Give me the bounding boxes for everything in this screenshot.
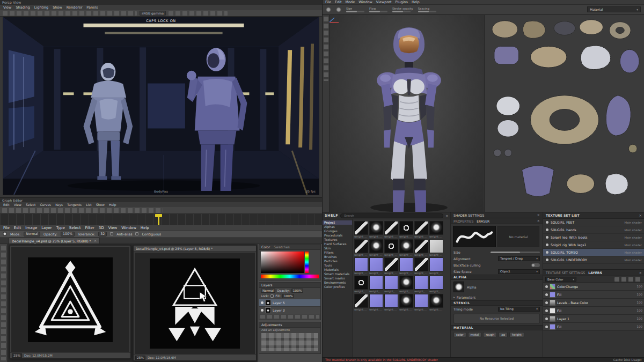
graph-editor-toolbar-icons[interactable] (2, 208, 163, 213)
layer-thumbnail[interactable] (550, 292, 555, 298)
layer-row[interactable]: ColorChange 100 (543, 283, 644, 291)
shelf-category[interactable]: Project (323, 220, 352, 225)
close-icon[interactable]: × (639, 213, 642, 218)
layer-name[interactable]: Fill (557, 293, 561, 297)
visibility-eye-icon[interactable] (546, 251, 548, 254)
layer-row[interactable]: Fill 100 (543, 307, 644, 315)
slider-track[interactable] (346, 11, 364, 12)
layer-name[interactable]: Layer 5 (273, 301, 284, 305)
parameters-label[interactable]: Parameters (457, 295, 540, 299)
brush-slider[interactable]: Size (346, 7, 364, 12)
expand-arrow-icon[interactable]: ▸ (453, 295, 455, 299)
shelf-category[interactable]: Color profiles (323, 285, 352, 289)
filter-icon[interactable]: ≡ (445, 214, 448, 217)
channel-toggle-button[interactable]: ao (499, 332, 508, 337)
shelf-item[interactable]: weight_subtl... (399, 294, 413, 311)
texture-set-name[interactable]: SOLGIRL_hands (551, 228, 623, 232)
slider-track[interactable] (369, 11, 387, 12)
shelf-category[interactable]: Alphas (323, 225, 352, 229)
shelf-item[interactable]: weight_subtl... (414, 221, 428, 238)
layer-row[interactable]: Layer 5 (259, 299, 320, 306)
layer-opacity-value[interactable]: 100 (637, 293, 643, 296)
adjustment-icons-grid[interactable] (261, 333, 318, 351)
menu-item[interactable]: File (325, 0, 331, 4)
shelf-item[interactable]: weight_subtl... (414, 294, 428, 311)
layer-opacity-value[interactable]: 100 (637, 317, 643, 320)
shelf-item[interactable]: weight_subtl... (354, 239, 368, 256)
texture-set-name[interactable]: Solgirl_leg_WIth_boots (551, 235, 623, 239)
menu-item[interactable]: Edit (14, 226, 21, 230)
layer-thumbnail[interactable] (265, 307, 271, 313)
visibility-eye-icon[interactable] (546, 243, 548, 246)
visibility-eye-icon[interactable] (545, 309, 548, 312)
menu-item[interactable]: Shading (16, 5, 30, 10)
texture-set-name[interactable]: SOLGIRL_UNDERBODY (551, 258, 623, 262)
shelf-category[interactable]: Skin (323, 246, 352, 250)
stencil-resource-button[interactable]: No Resource Selected (453, 314, 540, 323)
close-icon[interactable]: × (94, 239, 97, 243)
brush-preset-icon[interactable] (336, 7, 341, 12)
layer-thumbnail[interactable] (265, 300, 271, 306)
shelf-item[interactable]: weight_subtl... (354, 294, 368, 311)
shelf-item[interactable]: weight_subtl... (354, 257, 368, 275)
tab-swatches[interactable]: Swatches (274, 245, 290, 249)
shelf-category[interactable]: Filters (323, 250, 352, 255)
visibility-eye-icon[interactable] (261, 309, 264, 312)
painter-tool-strip[interactable] (323, 15, 330, 212)
alignment-dropdown[interactable]: Tangent / Drag ▾ (498, 256, 540, 261)
photoshop-tool-palette[interactable] (0, 244, 8, 362)
menu-item[interactable]: Select (69, 226, 81, 230)
menu-item[interactable]: File (3, 226, 10, 230)
menu-item[interactable]: Edit (3, 203, 10, 206)
shelf-item[interactable]: weight_subtl... (369, 276, 383, 293)
shelf-item[interactable]: weight_subtl... (429, 257, 443, 275)
texture-set-row[interactable]: Solgirl_rig_With_legs1 Main shader (543, 241, 644, 249)
tool-icons[interactable] (1, 246, 6, 360)
visibility-eye-icon[interactable] (546, 258, 548, 261)
playhead-flag[interactable] (155, 214, 162, 217)
material-section-header[interactable]: MATERIAL (451, 325, 543, 330)
color-spectrum-bar[interactable] (261, 275, 319, 278)
shelf-category[interactable]: Grunges (323, 229, 352, 233)
visibility-eye-icon[interactable] (261, 301, 264, 304)
menu-item[interactable]: Image (25, 226, 37, 230)
stencil-section-header[interactable]: STENCIL (451, 300, 543, 306)
menu-item[interactable]: Plugins (396, 0, 408, 4)
menu-item[interactable]: Mode (345, 0, 355, 4)
menu-item[interactable]: Help (109, 203, 116, 206)
texture-set-row[interactable]: SOLGIRL_FEET Main shader (543, 219, 644, 226)
shelf-category[interactable]: Particles (323, 259, 352, 263)
layer-row[interactable]: Fill 100 (543, 291, 644, 299)
menu-item[interactable]: Edit (335, 0, 342, 4)
shelf-item[interactable]: weight_subtl... (399, 221, 413, 238)
channel-toggle-button[interactable]: height (509, 332, 524, 337)
shelf-category[interactable]: Hard Surfaces (323, 242, 352, 246)
canvas-2[interactable] (150, 258, 240, 349)
shelf-item[interactable]: weight_subtl... (429, 239, 443, 256)
layer-opacity-value[interactable]: 100 (637, 309, 643, 312)
menu-item[interactable]: Help (141, 226, 149, 230)
shelf-category[interactable]: Smart masks (323, 276, 352, 280)
document-title-2[interactable]: DecalTriangle_v4.psd @ 25% (Layer 5, RGB… (134, 246, 256, 252)
viewport-toolbar-icons-right[interactable] (169, 11, 228, 16)
tab-properties-eraser[interactable]: PROPERTIES ERASER × (451, 218, 543, 224)
texture-set-name[interactable]: SOLGIRL_FEET (551, 220, 623, 224)
shelf-item[interactable]: weight_subtl... (384, 239, 398, 256)
visibility-eye-icon[interactable] (545, 317, 548, 320)
texture-set-row[interactable]: SOLGIRL_UNDERBODY Main shader (543, 256, 644, 264)
contiguous-checkbox[interactable] (135, 232, 138, 235)
shelf-item[interactable]: weight_subtl... (369, 239, 383, 256)
layer-thumbnail[interactable] (550, 324, 555, 330)
menu-item[interactable]: Window (358, 0, 372, 4)
texture-set-row[interactable]: Solgirl_leg_WIth_boots Main shader (543, 234, 644, 241)
shelf-category[interactable]: Procedurals (323, 233, 352, 238)
brush-slider[interactable]: Spacing (418, 7, 436, 12)
tiling-mode-dropdown[interactable]: No Tiling ▾ (498, 307, 540, 312)
menu-item[interactable]: Type (56, 226, 65, 230)
hue-slider[interactable] (305, 252, 309, 273)
shelf-item[interactable]: weight_subtl... (384, 257, 398, 275)
channel-toggle-button[interactable]: metal (468, 332, 482, 337)
slider-track[interactable] (418, 11, 436, 12)
slider-track[interactable] (392, 11, 411, 12)
shelf-item[interactable]: weight_subtl... (354, 221, 368, 238)
